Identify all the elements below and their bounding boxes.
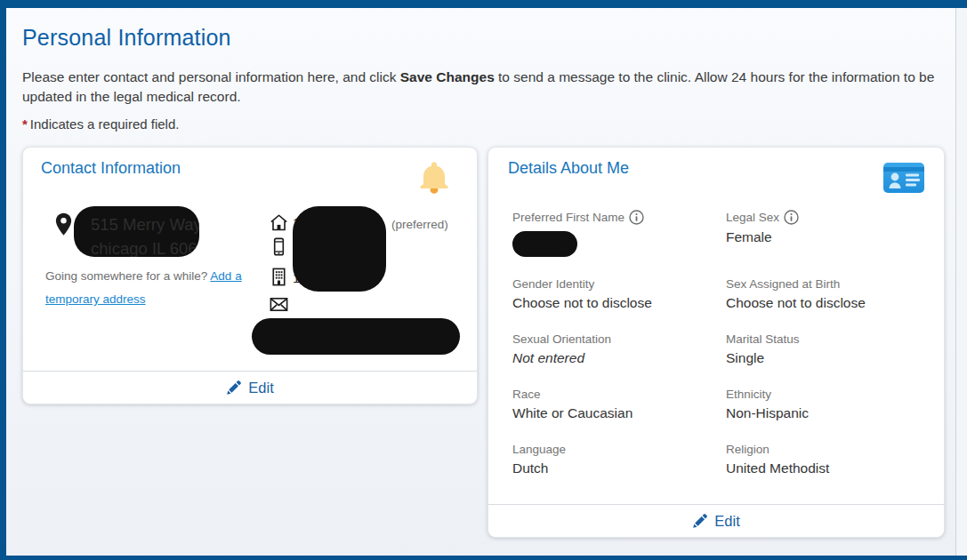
field-label: Preferred First Name — [512, 211, 625, 224]
field-marital-status: Marital Status Single — [726, 332, 923, 367]
preferred-phone-tag: (preferred) — [391, 218, 448, 231]
details-about-me-card: Details About Me Preferred First Name Le… — [488, 147, 945, 538]
field-value: Choose not to disclose — [726, 293, 923, 312]
field-sex-assigned-at-birth: Sex Assigned at Birth Choose not to disc… — [726, 277, 923, 312]
required-asterisk: * — [22, 116, 28, 132]
temporary-address-question: Going somewhere for a while? — [45, 269, 210, 283]
field-label: Sexual Orientation — [512, 332, 726, 346]
field-value: Choose not to disclose — [512, 293, 726, 312]
field-value: Not entered — [512, 348, 726, 367]
details-edit-button[interactable]: Edit — [488, 504, 944, 537]
details-card-title: Details About Me — [508, 159, 629, 178]
email-icon — [269, 294, 289, 315]
id-card-icon — [883, 163, 924, 193]
field-label: Language — [512, 443, 726, 456]
redacted-home-address: 515 Merry Wayy chicago IL 60608 — [74, 206, 199, 257]
redacted-phone-numbers — [293, 206, 386, 292]
bottom-chrome-bar — [6, 556, 967, 560]
home-phone-icon — [269, 212, 289, 233]
field-label: Race — [512, 388, 726, 401]
page-title: Personal Information — [22, 25, 947, 51]
details-fields-grid: Preferred First Name Legal Sex Female Ge… — [512, 210, 923, 477]
required-field-note: *Indicates a required field. — [22, 116, 947, 132]
intro-save-changes: Save Changes — [400, 69, 495, 84]
notification-bell-icon — [414, 157, 455, 200]
contact-edit-button[interactable]: Edit — [23, 371, 477, 404]
intro-text: Please enter contact and personal inform… — [22, 68, 943, 106]
top-chrome-bar — [0, 0, 967, 8]
intro-before: Please enter contact and personal inform… — [22, 69, 400, 84]
work-phone-icon — [269, 267, 289, 287]
field-label: Sex Assigned at Birth — [726, 277, 923, 291]
field-value: United Methodist — [726, 459, 923, 477]
info-icon[interactable] — [784, 210, 799, 225]
field-language: Language Dutch — [512, 443, 726, 477]
field-value: Single — [726, 348, 923, 367]
redacted-preferred-first-name — [512, 231, 577, 257]
field-value: Dutch — [512, 459, 726, 477]
contact-edit-label: Edit — [248, 380, 273, 396]
redacted-address-line2: chicago IL 60608 — [91, 236, 199, 257]
info-icon[interactable] — [629, 210, 644, 225]
details-edit-label: Edit — [714, 513, 739, 530]
contact-information-card: Contact Information 515 Merry Wayy chica… — [22, 147, 478, 404]
pencil-icon — [226, 380, 241, 396]
field-ethnicity: Ethnicity Non-Hispanic — [726, 388, 923, 422]
field-religion: Religion United Methodist — [726, 443, 923, 477]
main-content: Personal Information Please enter contac… — [22, 8, 947, 132]
field-label: Gender Identity — [512, 277, 726, 291]
field-label: Religion — [726, 443, 923, 456]
field-value: Female — [726, 228, 923, 246]
left-chrome-bar — [0, 8, 6, 560]
contact-card-title: Contact Information — [41, 159, 181, 178]
field-race: Race White or Caucasian — [512, 388, 726, 422]
field-legal-sex: Legal Sex Female — [726, 210, 923, 257]
scrollbar-track[interactable] — [955, 8, 967, 556]
pencil-icon — [692, 514, 707, 529]
location-pin-icon — [55, 212, 72, 236]
field-sexual-orientation: Sexual Orientation Not entered — [512, 332, 726, 367]
field-preferred-first-name: Preferred First Name — [512, 210, 726, 257]
field-label: Marital Status — [726, 332, 923, 346]
temporary-address-prompt: Going somewhere for a while? Add a tempo… — [45, 265, 248, 311]
field-label: Legal Sex — [726, 211, 779, 224]
field-gender-identity: Gender Identity Choose not to disclose — [512, 277, 726, 312]
required-note-text: Indicates a required field. — [30, 116, 180, 132]
field-label: Ethnicity — [726, 388, 923, 401]
field-value: White or Caucasian — [512, 404, 726, 422]
personal-information-page: Personal Information Please enter contac… — [0, 0, 967, 560]
redacted-address-line1: 515 Merry Wayy — [91, 212, 199, 236]
mobile-phone-icon — [269, 236, 289, 257]
redacted-email-address — [252, 318, 460, 355]
field-value: Non-Hispanic — [726, 404, 923, 422]
